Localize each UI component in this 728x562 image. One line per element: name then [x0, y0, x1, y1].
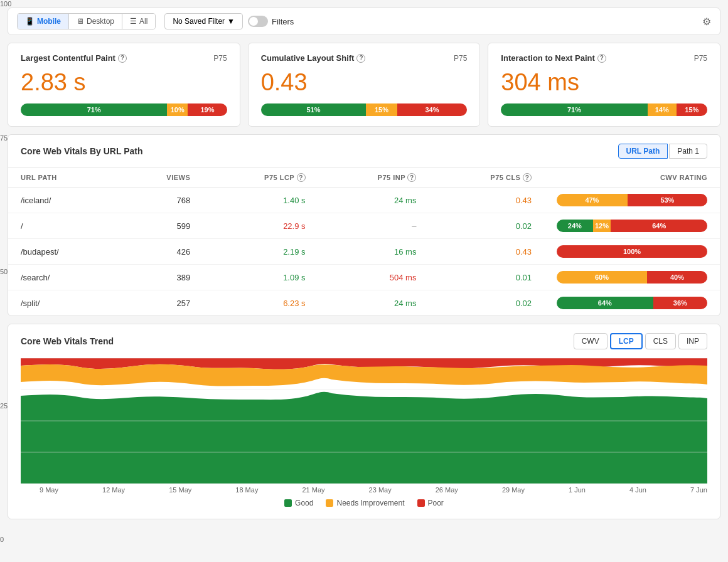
trend-btn-inp[interactable]: INP [678, 333, 707, 349]
bar-segment-red: 100% [557, 245, 707, 258]
cell-path: / [8, 213, 118, 239]
good-area [21, 392, 707, 484]
table-section-title: Core Web Vitals By URL Path [21, 146, 143, 156]
cell-views: 389 [118, 265, 203, 290]
inp-bar-good: 71% [501, 103, 647, 116]
cell-inp: – [318, 213, 429, 239]
bar-segment-red: 40% [647, 271, 707, 284]
cell-cwv: 64%36% [544, 290, 720, 316]
col-cwv: CWV RATING [544, 168, 720, 188]
desktop-icon: 🖥 [77, 17, 84, 26]
inp-bar-poor: 15% [677, 103, 707, 116]
table-row: /budapest/4262.19 s16 ms0.43100% [8, 239, 720, 265]
tab-desktop[interactable]: 🖥 Desktop [68, 14, 122, 29]
legend-good: Good [284, 499, 313, 507]
cell-path: /split/ [8, 290, 118, 316]
trend-chart [21, 358, 707, 484]
card-cls-header: Cumulative Layout Shift ? P75 [261, 53, 468, 63]
col-lcp: P75 LCP ? [203, 168, 318, 188]
gear-icon: ⚙ [702, 16, 711, 27]
inp-bar-needs: 14% [648, 103, 677, 116]
cell-cls: 0.43 [429, 188, 544, 213]
table-header-row: URL PATH VIEWS P75 LCP ? P75 INP ? P75 C… [8, 168, 720, 188]
legend-good-dot [284, 499, 292, 507]
table-section: Core Web Vitals By URL Path URL Path Pat… [8, 134, 720, 316]
cell-lcp: 2.19 s [203, 239, 318, 265]
cls-col-help[interactable]: ? [523, 173, 532, 182]
card-lcp-header: Largest Contentful Paint ? P75 [21, 53, 227, 63]
filters-toggle[interactable] [248, 16, 268, 27]
saved-filter-button[interactable]: No Saved Filter ▼ [164, 13, 243, 29]
cell-cwv: 100% [544, 239, 720, 265]
card-inp-header: Interaction to Next Paint ? P75 [501, 53, 707, 63]
cell-lcp: 6.23 s [203, 290, 318, 316]
cwv-mini-bar: 64%36% [557, 297, 707, 309]
card-cls-title: Cumulative Layout Shift ? [261, 53, 366, 63]
cwv-mini-bar: 24%12%64% [557, 220, 707, 232]
inp-col-help[interactable]: ? [407, 173, 416, 182]
url-path-btn-group: URL Path Path 1 [618, 144, 708, 159]
col-inp: P75 INP ? [318, 168, 429, 188]
filters-label: Filters [272, 17, 294, 26]
path1-button[interactable]: Path 1 [669, 144, 707, 159]
cwv-table: URL PATH VIEWS P75 LCP ? P75 INP ? P75 C… [8, 168, 720, 315]
cell-path: /budapest/ [8, 239, 118, 265]
trend-btn-cls[interactable]: CLS [645, 333, 676, 349]
col-path: URL PATH [8, 168, 118, 188]
lcp-progress-bar: 71% 10% 19% [21, 103, 227, 116]
legend-poor: Poor [417, 499, 444, 507]
topbar: 📱 Mobile 🖥 Desktop ☰ All No Saved Filter… [8, 8, 720, 35]
legend-poor-dot [417, 499, 425, 507]
metric-cards: Largest Contentful Paint ? P75 2.83 s 71… [8, 43, 720, 127]
cls-help-icon[interactable]: ? [356, 54, 365, 63]
cls-bar-good: 51% [261, 103, 367, 116]
cell-views: 426 [118, 239, 203, 265]
trend-btn-cwv[interactable]: CWV [574, 333, 608, 349]
cell-cwv: 24%12%64% [544, 213, 720, 239]
lcp-percentile: P75 [213, 54, 227, 63]
bar-segment-red: 36% [653, 297, 707, 309]
trend-btn-lcp[interactable]: LCP [610, 333, 643, 349]
cell-lcp: 22.9 s [203, 213, 318, 239]
cell-cls: 0.43 [429, 239, 544, 265]
x-axis: 9 May 12 May 15 May 18 May 21 May 23 May… [21, 484, 707, 494]
cell-cwv: 47%53% [544, 188, 720, 213]
table-row: /iceland/7681.40 s24 ms0.4347%53% [8, 188, 720, 213]
inp-help-icon[interactable]: ? [597, 54, 606, 63]
lcp-bar-poor: 19% [188, 103, 227, 116]
tab-mobile[interactable]: 📱 Mobile [18, 14, 68, 29]
cls-bar-poor: 34% [397, 103, 468, 116]
card-inp-title: Interaction to Next Paint ? [501, 53, 606, 63]
cwv-mini-bar: 47%53% [557, 194, 707, 206]
toggle-knob [249, 17, 258, 26]
bar-segment-orange: 47% [557, 194, 628, 206]
lcp-help-icon[interactable]: ? [118, 54, 127, 63]
table-row: /59922.9 s–0.0224%12%64% [8, 213, 720, 239]
bar-segment-red: 53% [628, 194, 707, 206]
chart-svg-wrap [21, 358, 707, 484]
chart-legend: Good Needs Improvement Poor [21, 494, 707, 512]
legend-needs-dot [326, 499, 333, 507]
cls-progress-bar: 51% 15% 34% [261, 103, 468, 116]
cell-lcp: 1.40 s [203, 188, 318, 213]
chart-wrap: 100 75 50 25 0 [8, 358, 720, 519]
filters-toggle-wrap: Filters [248, 16, 294, 27]
settings-button[interactable]: ⚙ [702, 16, 711, 28]
table-section-header: Core Web Vitals By URL Path URL Path Pat… [8, 135, 720, 168]
trend-btn-group: CWV LCP CLS INP [574, 333, 707, 349]
card-lcp: Largest Contentful Paint ? P75 2.83 s 71… [8, 43, 240, 127]
url-path-button[interactable]: URL Path [618, 144, 668, 159]
lcp-col-help[interactable]: ? [297, 173, 306, 182]
cell-cwv: 60%40% [544, 265, 720, 290]
tab-desktop-label: Desktop [87, 17, 114, 26]
cls-value: 0.43 [261, 69, 468, 96]
table-row: /search/3891.09 s504 ms0.0160%40% [8, 265, 720, 290]
bar-segment-green: 24% [557, 220, 593, 232]
tab-all-label: All [139, 17, 147, 26]
y-axis: 100 75 50 25 0 [0, 0, 19, 534]
cell-inp: 24 ms [318, 188, 429, 213]
tab-all[interactable]: ☰ All [122, 14, 155, 29]
cell-path: /iceland/ [8, 188, 118, 213]
needs-improvement-area [21, 364, 707, 386]
cell-path: /search/ [8, 265, 118, 290]
